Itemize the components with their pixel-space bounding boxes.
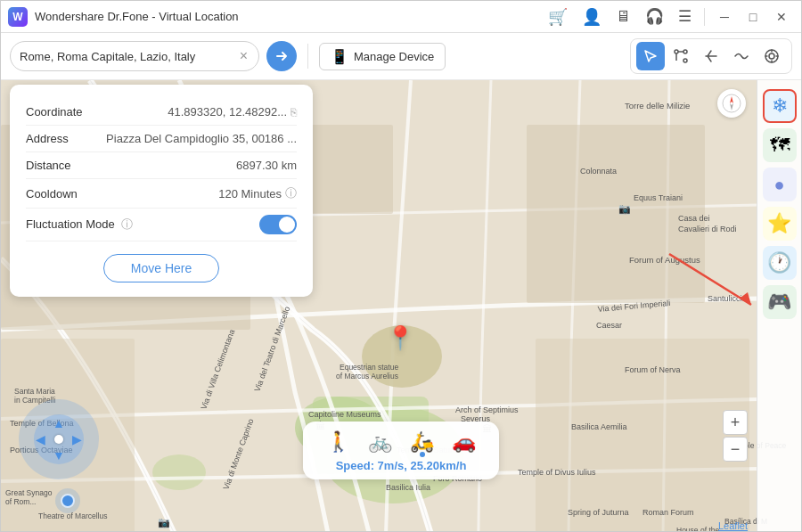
svg-text:Temple of Divus Iulius: Temple of Divus Iulius bbox=[518, 468, 596, 477]
phone-icon: 📱 bbox=[331, 48, 348, 65]
monitor-icon[interactable]: 🖥 bbox=[610, 8, 636, 26]
title-bar-left: W Wondershare Dr.Fone - Virtual Location bbox=[8, 7, 239, 27]
svg-point-4 bbox=[769, 53, 774, 59]
joystick-right[interactable]: ▶ bbox=[72, 432, 82, 446]
close-button[interactable]: ✕ bbox=[769, 4, 794, 29]
cooldown-help-icon[interactable]: ⓘ bbox=[285, 185, 297, 201]
app-title: Wondershare Dr.Fone - Virtual Location bbox=[35, 10, 239, 23]
teleport-mode-button[interactable] bbox=[636, 42, 665, 70]
map-mode-icons bbox=[630, 38, 792, 74]
jump-mode-button[interactable] bbox=[697, 42, 725, 70]
coordinate-value: 41.893320, 12.48292... ⎘ bbox=[168, 105, 297, 119]
map-settings-button[interactable] bbox=[757, 42, 786, 70]
manage-device-label: Manage Device bbox=[354, 50, 434, 63]
svg-text:Forum of Nerva: Forum of Nerva bbox=[625, 365, 681, 374]
coordinate-label: Coordinate bbox=[26, 105, 83, 119]
maps-app-icon[interactable]: 🗺 bbox=[763, 128, 797, 162]
svg-point-2 bbox=[683, 50, 687, 53]
address-value: Piazza Del Campidoglio 35, 00186 ... bbox=[106, 132, 297, 145]
maximize-button[interactable]: □ bbox=[741, 4, 765, 29]
walk-mode[interactable]: 🚶 bbox=[326, 430, 350, 454]
clock-app-icon[interactable]: 🕐 bbox=[763, 246, 797, 280]
svg-text:Equestrian statue: Equestrian statue bbox=[340, 363, 398, 372]
svg-text:of Rom...: of Rom... bbox=[5, 497, 36, 506]
svg-text:House of the: House of the bbox=[676, 526, 719, 532]
title-bar-controls: 🛒 👤 🖥 🎧 ☰ ─ □ ✕ bbox=[543, 4, 794, 29]
toolbar: × 📱 Manage Device bbox=[1, 33, 801, 80]
go-button[interactable] bbox=[266, 41, 297, 71]
game-app-icon[interactable]: 🎮 bbox=[763, 285, 797, 319]
svg-text:Casa dei: Casa dei bbox=[678, 214, 710, 223]
right-sidebar: ❄ 🗺 ● ⭐ 🕐 🎮 bbox=[757, 80, 801, 532]
map-container[interactable]: 📍 Church of the Gesù Torre delle Milizie… bbox=[1, 80, 801, 532]
zoom-in-button[interactable]: + bbox=[723, 410, 748, 435]
svg-text:Capitoline Museums: Capitoline Museums bbox=[308, 410, 381, 419]
route-mode-button[interactable] bbox=[667, 42, 695, 70]
joystick-left[interactable]: ◀ bbox=[36, 432, 45, 446]
svg-text:📍: 📍 bbox=[386, 323, 415, 352]
star-icon: ⭐ bbox=[767, 212, 791, 235]
discord-icon: ● bbox=[773, 175, 784, 195]
zoom-out-button[interactable]: − bbox=[723, 437, 748, 462]
joystick-down[interactable]: ▼ bbox=[53, 448, 65, 462]
user-icon[interactable]: 👤 bbox=[577, 7, 607, 27]
menu-icon[interactable]: ☰ bbox=[673, 7, 697, 26]
svg-text:Theatre of Marcellus: Theatre of Marcellus bbox=[38, 512, 107, 520]
game-icon: 🎮 bbox=[767, 291, 791, 314]
info-panel: Coordinate 41.893320, 12.48292... ⎘ Addr… bbox=[10, 85, 313, 297]
app-logo: W bbox=[8, 7, 28, 27]
leaflet-attribution[interactable]: Leaflet bbox=[718, 520, 748, 531]
fluctuation-toggle[interactable] bbox=[259, 215, 297, 234]
manage-device-button[interactable]: 📱 Manage Device bbox=[319, 43, 446, 70]
svg-text:Equus Traiani: Equus Traiani bbox=[634, 193, 683, 202]
transport-icons: 🚶 🚲 🛵 🚗 bbox=[324, 430, 478, 454]
clear-search-button[interactable]: × bbox=[238, 48, 250, 64]
svg-text:Great Synago: Great Synago bbox=[5, 488, 53, 497]
joystick-inner: ▲ ▼ ◀ ▶ bbox=[34, 414, 84, 464]
freeze-app-icon[interactable]: ❄ bbox=[763, 89, 797, 123]
speed-panel: 🚶 🚲 🛵 🚗 Speed: 7m/s, 25.20km/h bbox=[303, 422, 499, 479]
svg-text:Colonnata: Colonnata bbox=[580, 167, 617, 176]
search-input[interactable] bbox=[20, 50, 238, 63]
minimize-button[interactable]: ─ bbox=[712, 4, 737, 29]
joystick-up[interactable]: ▲ bbox=[53, 416, 65, 430]
toggle-knob bbox=[279, 217, 295, 233]
svg-point-1 bbox=[683, 59, 687, 62]
title-bar: W Wondershare Dr.Fone - Virtual Location… bbox=[1, 1, 801, 33]
svg-point-18 bbox=[55, 488, 80, 513]
search-box: × bbox=[10, 41, 259, 71]
compass[interactable] bbox=[717, 89, 746, 118]
svg-text:Basilica Iulia: Basilica Iulia bbox=[386, 483, 430, 492]
discord-app-icon[interactable]: ● bbox=[763, 168, 797, 201]
copy-coordinate-icon[interactable]: ⎘ bbox=[291, 106, 297, 119]
distance-label: Distance bbox=[26, 159, 71, 172]
distance-row: Distance 6897.30 km bbox=[26, 152, 297, 179]
svg-text:Arch of Septimius: Arch of Septimius bbox=[455, 405, 519, 414]
cooldown-label: Cooldown bbox=[26, 187, 78, 201]
address-label: Address bbox=[26, 132, 69, 145]
star-app-icon[interactable]: ⭐ bbox=[763, 207, 797, 241]
maps-icon: 🗺 bbox=[770, 134, 790, 157]
svg-point-0 bbox=[675, 50, 678, 53]
bike-mode[interactable]: 🚲 bbox=[368, 430, 392, 454]
scooter-mode[interactable]: 🛵 bbox=[410, 430, 434, 454]
joystick-center bbox=[54, 435, 63, 444]
cart-icon[interactable]: 🛒 bbox=[543, 7, 573, 27]
svg-text:of Marcus Aurelius: of Marcus Aurelius bbox=[336, 372, 398, 381]
fluctuation-label: Fluctuation Mode ⓘ bbox=[26, 217, 133, 233]
fluctuation-help-icon[interactable]: ⓘ bbox=[121, 217, 133, 231]
move-here-button[interactable]: Move Here bbox=[103, 254, 219, 282]
joystick: ▲ ▼ ◀ ▶ bbox=[19, 399, 99, 479]
svg-text:Caesar: Caesar bbox=[596, 321, 622, 330]
coordinate-row: Coordinate 41.893320, 12.48292... ⎘ bbox=[26, 99, 297, 126]
speed-text: Speed: 7m/s, 25.20km/h bbox=[324, 459, 478, 472]
fluctuation-row: Fluctuation Mode ⓘ bbox=[26, 209, 297, 241]
svg-text:Santa Maria: Santa Maria bbox=[14, 387, 55, 396]
waypoint-mode-button[interactable] bbox=[727, 42, 756, 70]
car-mode[interactable]: 🚗 bbox=[452, 430, 476, 454]
address-row: Address Piazza Del Campidoglio 35, 00186… bbox=[26, 126, 297, 152]
distance-value: 6897.30 km bbox=[236, 159, 297, 172]
svg-text:Torre delle Milizie: Torre delle Milizie bbox=[625, 101, 690, 110]
headphones-icon[interactable]: 🎧 bbox=[640, 7, 669, 26]
svg-text:Forum of Augustus: Forum of Augustus bbox=[629, 255, 700, 265]
